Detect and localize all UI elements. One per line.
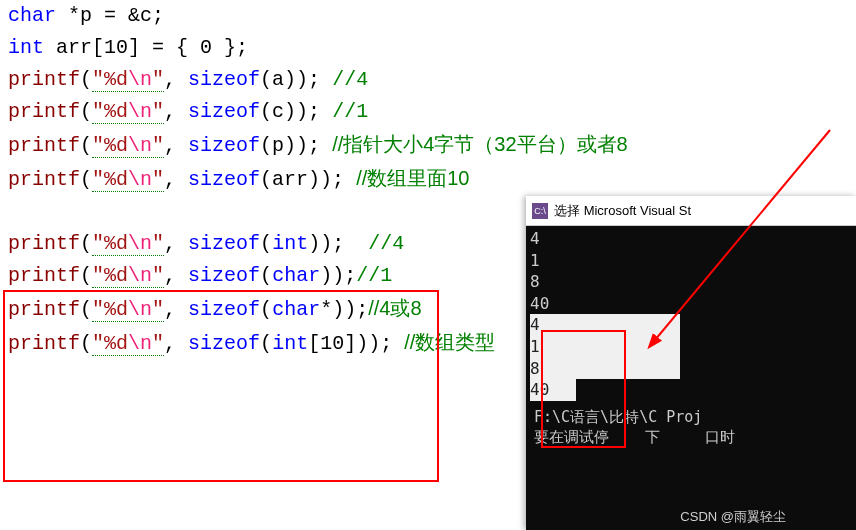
output-line: 4: [530, 228, 852, 250]
console-output[interactable]: 4 1 8 40 4 1 8 40 F:\C语言\比特\C Proj 要在调试停…: [526, 226, 856, 449]
code-line: int arr[10] = { 0 };: [8, 32, 848, 64]
output-line: 8: [530, 358, 852, 380]
code-line: printf("%d\n", sizeof(p)); //指针大小4字节（32平…: [8, 128, 848, 162]
code-line: char *p = &c;: [8, 0, 848, 32]
code-line: printf("%d\n", sizeof(a)); //4: [8, 64, 848, 96]
output-line: 40: [530, 379, 852, 401]
code-line: printf("%d\n", sizeof(arr)); //数组里面10: [8, 162, 848, 196]
console-path: 要在调试停 下 口时: [530, 427, 852, 447]
output-line: 1: [530, 250, 852, 272]
console-path: F:\C语言\比特\C Proj: [530, 407, 852, 427]
output-line: 4: [530, 314, 852, 336]
console-title-text: 选择 Microsoft Visual St: [554, 202, 691, 220]
output-line: 40: [530, 293, 852, 315]
console-titlebar[interactable]: C:\ 选择 Microsoft Visual St: [526, 196, 856, 226]
output-line: 1: [530, 336, 852, 358]
console-icon: C:\: [532, 203, 548, 219]
console-window[interactable]: C:\ 选择 Microsoft Visual St 4 1 8 40 4 1 …: [526, 196, 856, 530]
output-line: 8: [530, 271, 852, 293]
code-line: printf("%d\n", sizeof(c)); //1: [8, 96, 848, 128]
